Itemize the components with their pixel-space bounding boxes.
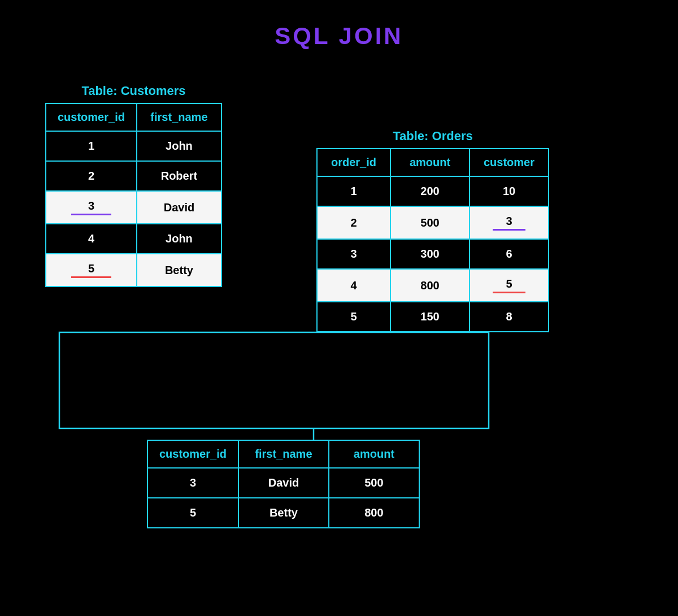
orders-table-wrapper: Table: Orders order_id amount customer 1…	[316, 129, 549, 332]
order-id-cell: 4	[317, 269, 390, 302]
customers-col-customer-id: customer_id	[46, 103, 137, 131]
customer-cell: 5	[470, 269, 549, 302]
table-row: 5 Betty 800	[147, 498, 419, 528]
orders-col-customer: customer	[470, 149, 549, 176]
svg-rect-0	[59, 332, 489, 428]
orders-header-row: order_id amount customer	[317, 149, 549, 176]
amount-cell: 200	[390, 176, 470, 206]
result-first-name: Betty	[238, 498, 329, 528]
customer-id-cell: 2	[46, 161, 137, 191]
table-row: 3 David 500	[147, 468, 419, 498]
first-name-cell: David	[137, 191, 221, 224]
customer-id-cell: 3	[46, 191, 137, 224]
table-row: 4 800 5	[317, 269, 549, 302]
diagram-area: Table: Customers customer_id first_name …	[0, 55, 678, 592]
order-id-cell: 2	[317, 206, 390, 239]
table-row: 3 300 6	[317, 239, 549, 269]
customer-cell: 10	[470, 176, 549, 206]
order-id-cell: 1	[317, 176, 390, 206]
page-title: SQL JOIN	[0, 0, 678, 50]
customers-header-row: customer_id first_name	[46, 103, 221, 131]
table-row: 1 200 10	[317, 176, 549, 206]
amount-cell: 150	[390, 302, 470, 332]
result-customer-id: 5	[147, 498, 238, 528]
result-col-first-name: first_name	[238, 440, 329, 468]
amount-cell: 800	[390, 269, 470, 302]
table-row: 2 Robert	[46, 161, 221, 191]
first-name-cell: John	[137, 224, 221, 254]
table-row: 4 John	[46, 224, 221, 254]
order-id-cell: 3	[317, 239, 390, 269]
customers-table-label: Table: Customers	[45, 84, 222, 98]
table-row: 5 150 8	[317, 302, 549, 332]
customer-id-cell: 1	[46, 131, 137, 161]
customer-id-cell: 5	[46, 254, 137, 287]
amount-cell: 300	[390, 239, 470, 269]
result-customer-id: 3	[147, 468, 238, 498]
result-header-row: customer_id first_name amount	[147, 440, 419, 468]
orders-table: order_id amount customer 1 200 10 2 500 …	[316, 148, 549, 332]
customers-table: customer_id first_name 1 John 2 Robert 3…	[45, 103, 222, 287]
customers-table-wrapper: Table: Customers customer_id first_name …	[45, 84, 222, 287]
customer-cell: 6	[470, 239, 549, 269]
table-row: 3 David	[46, 191, 221, 224]
result-first-name: David	[238, 468, 329, 498]
customers-col-first-name: first_name	[137, 103, 221, 131]
orders-col-amount: amount	[390, 149, 470, 176]
table-row: 5 Betty	[46, 254, 221, 287]
result-table: customer_id first_name amount 3 David 50…	[147, 440, 420, 528]
first-name-cell: Robert	[137, 161, 221, 191]
result-col-customer-id: customer_id	[147, 440, 238, 468]
customer-cell: 3	[470, 206, 549, 239]
customer-id-cell: 4	[46, 224, 137, 254]
customer-cell: 8	[470, 302, 549, 332]
result-col-amount: amount	[329, 440, 419, 468]
orders-table-label: Table: Orders	[316, 129, 549, 144]
result-amount: 800	[329, 498, 419, 528]
result-table-wrapper: customer_id first_name amount 3 David 50…	[147, 440, 420, 528]
orders-col-order-id: order_id	[317, 149, 390, 176]
order-id-cell: 5	[317, 302, 390, 332]
first-name-cell: John	[137, 131, 221, 161]
table-row: 1 John	[46, 131, 221, 161]
table-row: 2 500 3	[317, 206, 549, 239]
amount-cell: 500	[390, 206, 470, 239]
first-name-cell: Betty	[137, 254, 221, 287]
result-amount: 500	[329, 468, 419, 498]
